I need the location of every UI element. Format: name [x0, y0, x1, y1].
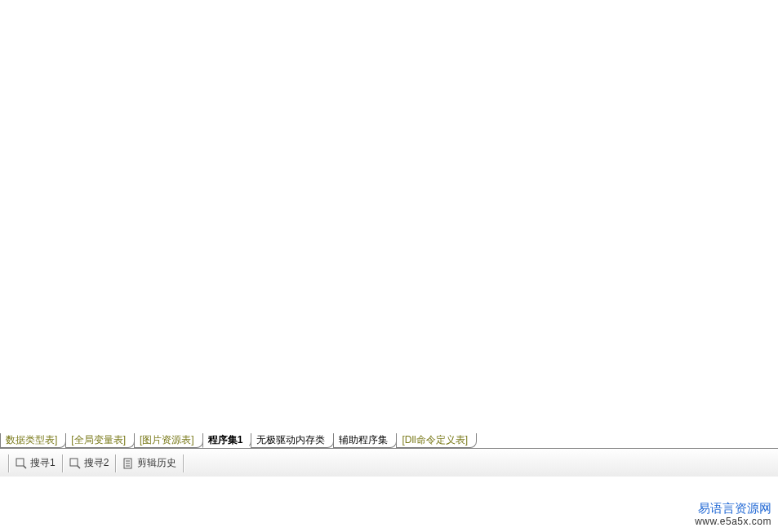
search-icon [16, 458, 27, 469]
watermark-title: 易语言资源网 [695, 501, 771, 516]
tab-image-resource-table[interactable]: [图片资源表] [134, 433, 203, 448]
tab-global-var-table[interactable]: [全局变量表] [65, 433, 135, 448]
file-tab-strip: 数据类型表] [全局变量表] [图片资源表] 程序集1 无极驱动内存类 辅助程序… [0, 433, 778, 449]
clip-history-button[interactable]: 剪辑历史 [121, 454, 178, 472]
search-2-button[interactable]: 搜寻2 [68, 454, 111, 472]
search-icon [69, 458, 81, 469]
tab-program-set-1[interactable]: 程序集1 [202, 433, 252, 448]
svg-line-1 [24, 466, 26, 468]
toolbar-separator [183, 454, 184, 472]
search-2-label: 搜寻2 [84, 456, 109, 470]
svg-line-3 [78, 466, 80, 468]
svg-rect-0 [16, 459, 24, 466]
watermark: 易语言资源网 www.e5a5x.com [695, 501, 771, 527]
toolbar-separator [8, 454, 9, 472]
search-1-label: 搜寻1 [30, 456, 56, 470]
blank-area [0, 477, 778, 532]
tab-wuji-driver-memory[interactable]: 无极驱动内存类 [251, 433, 334, 448]
tab-assist-program-set[interactable]: 辅助程序集 [333, 433, 397, 448]
clip-history-label: 剪辑历史 [137, 456, 176, 470]
toolbar-separator [115, 454, 116, 472]
bottom-toolbar: 搜寻1 搜寻2 剪辑历史 [0, 449, 778, 477]
toolbar-separator [62, 454, 63, 472]
document-icon [122, 458, 134, 469]
svg-rect-2 [70, 459, 78, 466]
editor-area [0, 0, 778, 433]
tab-data-type-table[interactable]: 数据类型表] [0, 433, 66, 448]
watermark-url: www.e5a5x.com [695, 516, 771, 527]
tab-dll-command-table[interactable]: [Dll命令定义表] [396, 433, 477, 448]
search-1-button[interactable]: 搜寻1 [14, 454, 57, 472]
